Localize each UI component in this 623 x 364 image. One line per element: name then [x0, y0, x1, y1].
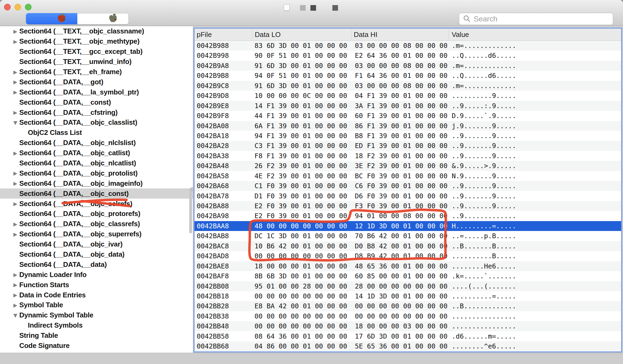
sidebar-item[interactable]: Section64 (__DATA,__data) [0, 259, 193, 270]
sidebar-item[interactable]: ▶Section64 (__DATA,__objc_imageinfo) [0, 178, 193, 188]
sidebar-item[interactable]: String Table [0, 331, 193, 341]
hex-row[interactable]: 0042BB5808 64 36 00 01 00 00 0017 6D 3D … [195, 331, 621, 341]
hi-cell: 00 00 00 00 00 00 00 00 [355, 301, 447, 311]
sidebar-item[interactable]: ▼Section64 (__DATA,__objc_classlist) [0, 117, 193, 128]
sidebar-scrollbar[interactable] [189, 188, 192, 233]
hex-row[interactable]: 0042BAB8DC 1C 3D 00 01 00 00 0070 B6 42 … [195, 231, 621, 241]
sidebar-item[interactable]: ▶Section64 (__DATA,__la_symbol_ptr) [0, 87, 193, 97]
sidebar-item[interactable]: ▶Dynamic Loader Info [0, 270, 193, 280]
disclosure-triangle-icon[interactable]: ▶ [13, 39, 19, 44]
gray-apple-icon [108, 13, 118, 24]
disclosure-triangle-icon[interactable]: ▶ [13, 170, 19, 176]
disclosure-triangle-icon[interactable]: ▶ [13, 28, 19, 34]
column-header-pfile[interactable]: pFile [197, 29, 212, 41]
minimize-button[interactable] [14, 4, 21, 10]
hex-row[interactable]: 0042BB28E8 BA 42 00 01 00 00 0000 00 00 … [195, 301, 621, 311]
hex-row[interactable]: 0042BA78D1 F0 39 00 01 00 00 00D6 F0 39 … [195, 191, 621, 201]
column-header-data-hi[interactable]: Data HI [354, 29, 377, 41]
sidebar-item[interactable]: ▶Function Starts [0, 280, 193, 290]
disclosure-triangle-icon[interactable]: ▶ [13, 69, 19, 75]
sidebar-item[interactable]: ▶Section64 (__DATA,__objc_protolist) [0, 168, 193, 178]
hex-row[interactable]: 0042B9A891 6D 3D 00 01 00 00 0003 00 00 … [195, 61, 621, 71]
disclosure-triangle-icon[interactable]: ▶ [13, 282, 19, 288]
hex-row[interactable]: 0042B9B894 0F 51 00 01 00 00 00F1 64 36 … [195, 71, 621, 81]
column-header-data-lo[interactable]: Data LO [255, 29, 281, 41]
hex-row[interactable]: 0042BA88E2 F0 39 00 01 00 00 00F3 F0 39 … [195, 201, 621, 211]
disclosure-triangle-icon[interactable]: ▶ [13, 79, 19, 85]
sidebar-item[interactable]: Section64 (__DATA,__objc_nlcatlist) [0, 158, 193, 168]
hex-row[interactable]: 0042BAA848 00 00 00 00 00 00 0012 1D 3D … [195, 221, 621, 231]
sidebar-item[interactable]: Section64 (__DATA,__const) [0, 97, 193, 107]
disclosure-triangle-icon[interactable]: ▶ [13, 201, 19, 207]
sidebar-item[interactable]: ▶Symbol Table [0, 300, 193, 310]
hex-row[interactable]: 0042BAF88B 6B 3D 00 01 00 00 0060 85 00 … [195, 271, 621, 281]
hex-row[interactable]: 0042BA38F8 F1 39 00 01 00 00 0018 F2 39 … [195, 151, 621, 161]
sidebar-item[interactable]: ObjC2 Class List [0, 128, 193, 138]
sidebar-item[interactable]: ▶Section64 (__TEXT,__objc_classname) [0, 26, 193, 36]
column-header-value[interactable]: Value [452, 29, 469, 41]
hex-row[interactable]: 0042BB6804 86 00 00 01 00 00 005E 65 36 … [195, 341, 621, 351]
hex-row[interactable]: 0042BA584E F2 39 00 01 00 00 00BC F0 39 … [195, 171, 621, 181]
lo-cell: 48 00 00 00 00 00 00 00 [254, 221, 347, 231]
hex-row[interactable]: 0042B9E814 F1 39 00 01 00 00 003A F1 39 … [195, 101, 621, 111]
disclosure-triangle-icon[interactable]: ▼ [13, 312, 19, 318]
tab-gray-apple[interactable] [77, 13, 129, 24]
sidebar-item[interactable]: ▼Dynamic Symbol Table [0, 310, 193, 320]
sidebar-item[interactable]: Code Signature [0, 341, 193, 351]
hex-row[interactable]: 0042B9F844 F1 39 00 01 00 00 0060 F1 39 … [195, 111, 621, 121]
hex-row[interactable]: 0042B99890 0F 51 00 01 00 00 00E2 64 36 … [195, 51, 621, 60]
titlebar [0, 0, 623, 26]
disclosure-triangle-icon[interactable]: ▶ [13, 302, 19, 308]
hex-row[interactable]: 0042BB4800 00 00 00 00 00 00 0018 00 00 … [195, 321, 621, 331]
hex-row[interactable]: 0042B98883 6D 3D 00 01 00 00 0003 00 00 … [195, 41, 621, 51]
sidebar-item[interactable]: ▶Section64 (__TEXT,__eh_frame) [0, 67, 193, 77]
disclosure-triangle-icon[interactable]: ▶ [13, 89, 19, 95]
hex-row[interactable]: 0042BA086A F1 39 00 01 00 00 0086 F1 39 … [195, 121, 621, 131]
disclosure-triangle-icon[interactable]: ▶ [13, 109, 19, 115]
disclosure-triangle-icon[interactable]: ▶ [13, 272, 19, 278]
val-cell: ................ [452, 311, 516, 321]
hex-row[interactable]: 0042BA4826 F2 39 00 01 00 00 003E F2 39 … [195, 161, 621, 171]
disclosure-triangle-icon[interactable]: ▶ [13, 150, 19, 156]
hex-row[interactable]: 0042B9D810 00 00 00 0C 00 00 0004 F1 39 … [195, 91, 621, 101]
sidebar-item[interactable]: ▶Section64 (__DATA,__objc_superrefs) [0, 229, 193, 239]
search-input[interactable] [473, 14, 607, 24]
sidebar-item[interactable]: Section64 (__TEXT,__unwind_info) [0, 57, 193, 67]
hex-row[interactable]: 0042BB1800 00 00 00 00 00 00 0014 1D 3D … [195, 291, 621, 301]
sidebar-item-label: Section64 (__DATA,__const) [19, 98, 111, 107]
sidebar-item[interactable]: Section64 (__DATA,__objc_protorefs) [0, 209, 193, 219]
disclosure-triangle-icon[interactable]: ▶ [13, 231, 19, 237]
sidebar-item[interactable]: ▶Section64 (__DATA,__objc_classrefs) [0, 219, 193, 229]
sidebar-item[interactable]: Section64 (__TEXT,__gcc_except_tab) [0, 47, 193, 57]
hex-row[interactable]: 0042BA68C1 F0 39 00 01 00 00 00C6 F0 39 … [195, 181, 621, 191]
sidebar-item[interactable]: Section64 (__DATA,__objc_const) [0, 188, 193, 199]
close-button[interactable] [4, 4, 11, 10]
sidebar-item[interactable]: ▶Section64 (__TEXT,__objc_methtype) [0, 36, 193, 47]
disclosure-triangle-icon[interactable]: ▼ [13, 120, 19, 126]
hex-row[interactable]: 0042BAC810 B6 42 00 01 00 00 00D0 B8 42 … [195, 241, 621, 251]
hex-row[interactable]: 0042BAE818 00 00 00 01 00 00 0048 65 36 … [195, 261, 621, 271]
search-field[interactable] [459, 13, 613, 25]
hex-row[interactable]: 0042BA1894 F1 39 00 01 00 00 00B8 F1 39 … [195, 131, 621, 141]
sidebar-item[interactable]: Section64 (__DATA,__objc_data) [0, 249, 193, 260]
hex-row[interactable]: 0042B9C891 6D 3D 00 01 00 00 0003 00 00 … [195, 81, 621, 91]
disclosure-triangle-icon[interactable]: ▶ [13, 180, 19, 186]
hex-row[interactable]: 0042BA98E2 F0 39 00 01 00 00 0094 01 00 … [195, 211, 621, 221]
sidebar-item[interactable]: Indirect Symbols [0, 320, 193, 331]
disclosure-triangle-icon[interactable]: ▶ [13, 292, 19, 298]
sidebar-item[interactable]: Section64 (__DATA,__objc_ivar) [0, 239, 193, 249]
hex-row[interactable]: 0042BB3800 00 00 00 00 00 00 0000 00 00 … [195, 311, 621, 321]
hex-row[interactable]: 0042BA28C3 F1 39 00 01 00 00 00ED F1 39 … [195, 141, 621, 151]
sidebar-item[interactable]: ▶Data in Code Entries [0, 290, 193, 300]
hex-row[interactable]: 0042BAD800 00 00 00 00 00 00 00D8 B9 42 … [195, 251, 621, 261]
sidebar-item[interactable]: ▶Section64 (__DATA,__objc_catlist) [0, 148, 193, 158]
disclosure-triangle-icon[interactable]: ▶ [13, 221, 19, 227]
hex-row[interactable]: 0042BB0895 01 00 00 28 00 00 0028 00 00 … [195, 281, 621, 291]
zoom-button[interactable] [25, 4, 32, 10]
sidebar-item-label: Section64 (__DATA,__cfstring) [19, 108, 117, 117]
tab-red-apple[interactable] [26, 13, 77, 24]
sidebar-item[interactable]: ▶Section64 (__DATA,__got) [0, 77, 193, 87]
sidebar-item[interactable]: ▶Section64 (__DATA,__objc_selrefs) [0, 199, 193, 209]
sidebar-item[interactable]: ▶Section64 (__DATA,__cfstring) [0, 107, 193, 117]
sidebar-item[interactable]: Section64 (__DATA,__objc_nlclslist) [0, 138, 193, 148]
